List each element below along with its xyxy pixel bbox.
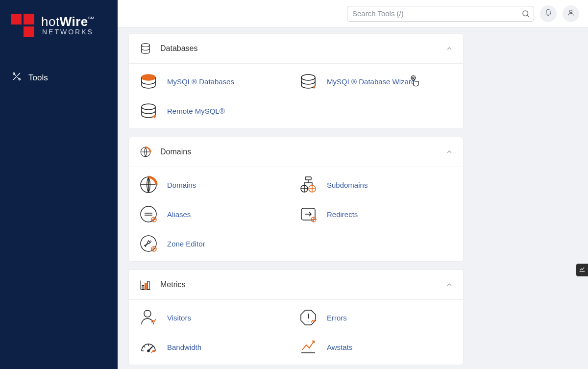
svg-rect-24 — [147, 281, 149, 290]
brand-service-mark: SM — [88, 16, 95, 20]
panel-title: Domains — [160, 148, 438, 156]
tool-label: Awstats — [327, 343, 352, 351]
tool-awstats[interactable]: Awstats — [298, 337, 453, 357]
svg-point-5 — [142, 44, 150, 47]
brand-subtitle: NETWORKS — [41, 28, 95, 36]
panel-title: Metrics — [160, 280, 438, 289]
main-content: Databases MySQL® Databases — [118, 27, 588, 369]
panel-databases: Databases MySQL® Databases — [128, 33, 464, 129]
svg-point-25 — [144, 310, 151, 317]
subdomains-icon — [298, 175, 318, 195]
search-field[interactable] — [347, 6, 534, 22]
brand-name-part2: Wire — [60, 14, 88, 29]
brand-name: hotWireSM — [41, 15, 95, 28]
panel-title: Databases — [160, 44, 438, 53]
chevron-up-icon — [445, 281, 453, 289]
svg-point-7 — [301, 74, 315, 80]
panel-header-metrics[interactable]: Metrics — [129, 270, 463, 300]
redirects-icon — [298, 204, 318, 224]
aliases-icon — [139, 204, 158, 224]
account-button[interactable] — [563, 5, 579, 22]
panel-header-domains[interactable]: Domains — [129, 137, 463, 167]
svg-point-4 — [569, 10, 572, 12]
tool-redirects[interactable]: Redirects — [298, 204, 453, 224]
tool-label: Remote MySQL® — [167, 107, 225, 115]
bandwidth-icon — [139, 337, 158, 357]
visitors-icon — [139, 308, 158, 327]
svg-line-3 — [527, 15, 529, 17]
brand-logo-mark — [11, 14, 36, 37]
svg-rect-23 — [145, 283, 147, 290]
tool-visitors[interactable]: Visitors — [139, 308, 294, 327]
svg-point-2 — [523, 11, 528, 16]
database-icon — [139, 72, 158, 91]
tool-mysql-databases[interactable]: MySQL® Databases — [139, 72, 294, 91]
svg-point-27 — [147, 350, 149, 352]
panel-metrics: Metrics Visitors — [128, 270, 464, 365]
sidebar-item-label: Tools — [28, 73, 48, 83]
user-icon — [567, 9, 575, 19]
tool-label: Bandwidth — [167, 343, 201, 351]
sidebar: hotWireSM NETWORKS Tools — [0, 0, 118, 369]
notifications-button[interactable] — [540, 5, 557, 22]
awstats-icon — [298, 337, 318, 357]
svg-point-10 — [142, 104, 155, 110]
globe-icon — [139, 175, 158, 195]
errors-icon — [298, 308, 318, 327]
tool-domains[interactable]: Domains — [139, 175, 294, 195]
tool-label: Redirects — [327, 210, 358, 219]
tool-remote-mysql[interactable]: Remote MySQL® — [139, 101, 294, 121]
database-wizard-icon — [298, 72, 318, 91]
tool-label: Zone Editor — [167, 240, 205, 248]
sidebar-item-tools[interactable]: Tools — [0, 67, 118, 89]
tool-label: Subdomains — [327, 181, 368, 189]
chart-icon — [139, 278, 152, 292]
sidebar-nav: Tools — [0, 67, 118, 89]
panel-header-databases[interactable]: Databases — [129, 34, 463, 64]
tool-bandwidth[interactable]: Bandwidth — [139, 337, 294, 357]
topbar — [118, 0, 588, 27]
database-icon — [139, 42, 152, 55]
tool-mysql-database-wizard[interactable]: MySQL® Database Wizard — [298, 72, 453, 91]
panel-domains: Domains Domains — [128, 137, 464, 262]
tool-zone-editor[interactable]: Zone Editor — [139, 234, 294, 253]
tool-label: Errors — [327, 314, 347, 322]
analytics-float-button[interactable] — [576, 264, 588, 276]
tool-label: MySQL® Databases — [167, 77, 234, 86]
tool-label: MySQL® Database Wizard — [327, 77, 415, 86]
chevron-up-icon — [445, 45, 453, 52]
brand-name-part1: hot — [41, 14, 60, 29]
search-input[interactable] — [347, 6, 534, 22]
tool-subdomains[interactable]: Subdomains — [298, 175, 453, 195]
search-icon[interactable] — [521, 9, 530, 18]
globe-icon — [139, 145, 152, 159]
zone-editor-icon — [139, 234, 158, 253]
svg-rect-13 — [305, 177, 311, 180]
bell-icon — [544, 9, 552, 19]
brand-logo: hotWireSM NETWORKS — [0, 0, 118, 43]
remote-database-icon — [139, 101, 158, 121]
tool-aliases[interactable]: Aliases — [139, 204, 294, 224]
tool-errors[interactable]: Errors — [298, 308, 453, 327]
chart-line-icon — [579, 266, 586, 274]
chevron-up-icon — [445, 148, 453, 156]
tools-icon — [12, 72, 22, 84]
tool-label: Visitors — [167, 314, 191, 322]
tool-label: Aliases — [167, 210, 191, 219]
svg-point-6 — [142, 74, 155, 80]
svg-rect-22 — [142, 285, 144, 289]
tool-label: Domains — [167, 181, 196, 189]
